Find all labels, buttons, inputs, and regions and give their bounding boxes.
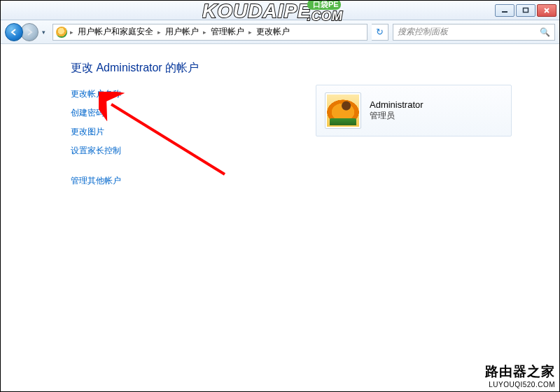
nav-history-buttons: ▾ xyxy=(5,23,48,41)
account-name: Administrator xyxy=(370,99,424,110)
chevron-right-icon: ▸ xyxy=(202,29,208,36)
breadcrumb-item[interactable]: 用户帐户 xyxy=(164,26,200,38)
link-parental-controls[interactable]: 设置家长控制 xyxy=(71,145,531,157)
search-icon: 🔍 xyxy=(540,27,550,37)
breadcrumb[interactable]: ▸ 用户帐户和家庭安全 ▸ 用户帐户 ▸ 管理帐户 ▸ 更改帐户 xyxy=(52,24,368,41)
maximize-button[interactable] xyxy=(516,4,536,17)
breadcrumb-item[interactable]: 更改帐户 xyxy=(255,26,291,38)
back-button[interactable] xyxy=(5,23,23,41)
page-title: 更改 Administrator 的帐户 xyxy=(71,61,531,76)
arrow-left-icon xyxy=(10,28,18,36)
navigation-bar: ▾ ▸ 用户帐户和家庭安全 ▸ 用户帐户 ▸ 管理帐户 ▸ 更改帐户 ↻ 搜索控… xyxy=(1,20,559,44)
refresh-icon: ↻ xyxy=(376,27,384,37)
history-dropdown[interactable]: ▾ xyxy=(38,24,48,40)
link-manage-other-accounts[interactable]: 管理其他帐户 xyxy=(71,175,531,187)
minimize-button[interactable] xyxy=(495,4,514,17)
window-buttons xyxy=(495,4,556,17)
control-panel-icon xyxy=(56,27,67,38)
minimize-icon xyxy=(501,7,508,14)
breadcrumb-item[interactable]: 用户帐户和家庭安全 xyxy=(76,26,155,38)
close-button[interactable] xyxy=(537,4,556,17)
maximize-icon xyxy=(522,7,529,14)
arrow-right-icon xyxy=(25,28,34,36)
refresh-button[interactable]: ↻ xyxy=(372,24,388,41)
search-placeholder: 搜索控制面板 xyxy=(398,26,448,38)
chevron-right-icon: ▸ xyxy=(69,29,75,36)
close-icon xyxy=(543,7,550,14)
account-role: 管理员 xyxy=(370,110,424,122)
breadcrumb-item[interactable]: 管理帐户 xyxy=(209,26,246,38)
avatar xyxy=(327,94,359,127)
avatar-frame xyxy=(325,92,361,129)
chevron-right-icon: ▸ xyxy=(156,29,162,36)
list-spacer xyxy=(71,164,531,168)
chevron-right-icon: ▸ xyxy=(247,29,253,36)
account-info: Administrator 管理员 xyxy=(370,99,424,122)
window-titlebar xyxy=(1,1,559,20)
svg-rect-1 xyxy=(524,8,528,12)
search-input[interactable]: 搜索控制面板 🔍 xyxy=(393,24,555,41)
account-card: Administrator 管理员 xyxy=(316,85,512,136)
